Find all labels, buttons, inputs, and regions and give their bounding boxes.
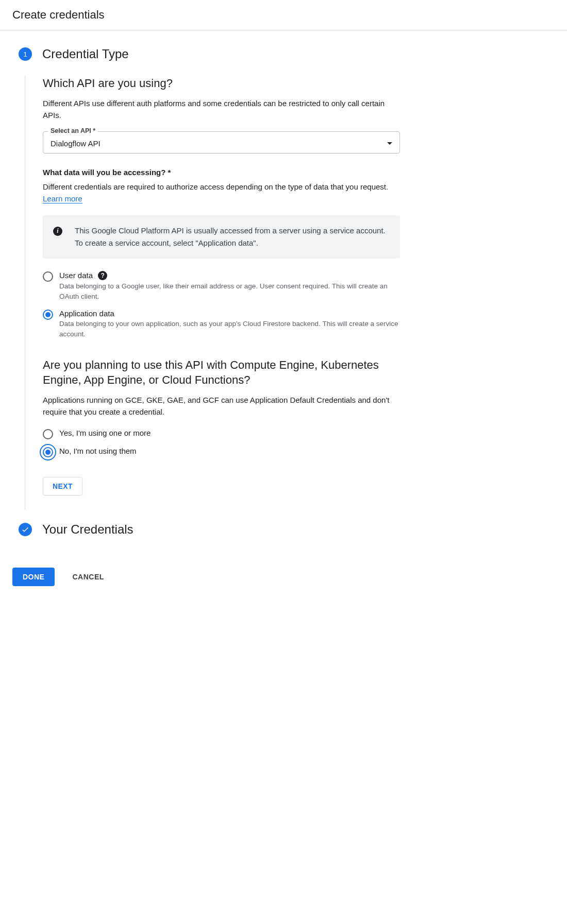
step2-header: Your Credentials: [19, 522, 400, 537]
radio-application-data-label: Application data: [59, 309, 400, 318]
radio-user-data-row: User data ? Data belonging to a Google u…: [43, 271, 400, 302]
radio-yes-row: Yes, I'm using one or more: [43, 429, 400, 439]
wizard-content: 1 Credential Type Which API are you usin…: [0, 30, 412, 561]
radio-user-data-desc: Data belonging to a Google user, like th…: [59, 281, 400, 302]
next-button[interactable]: NEXT: [43, 477, 82, 495]
page-title: Create credentials: [12, 8, 105, 21]
step1-title: Credential Type: [42, 47, 129, 61]
api-section-desc: Different APIs use different auth platfo…: [43, 97, 400, 122]
info-icon: i: [53, 227, 62, 236]
radio-no-not-using[interactable]: [43, 447, 53, 457]
api-select[interactable]: Dialogflow API: [43, 131, 400, 153]
cancel-button[interactable]: CANCEL: [69, 572, 107, 581]
radio-user-data-label: User data ?: [59, 271, 400, 280]
info-box: i This Google Cloud Platform API is usua…: [43, 215, 400, 259]
platform-section-desc: Applications running on GCE, GKE, GAE, a…: [43, 394, 400, 418]
info-text: This Google Cloud Platform API is usuall…: [75, 225, 390, 249]
radio-application-data[interactable]: [43, 310, 53, 320]
dropdown-triangle-icon: [387, 142, 392, 145]
radio-application-data-row: Application data Data belonging to your …: [43, 309, 400, 340]
footer-actions: DONE CANCEL: [0, 568, 567, 596]
radio-no-row: No, I'm not using them: [43, 447, 400, 457]
step1-body: Which API are you using? Different APIs …: [25, 76, 400, 510]
api-select-value: Dialogflow API: [51, 139, 101, 148]
data-access-desc: Different credentials are required to au…: [43, 181, 400, 205]
step2-title: Your Credentials: [42, 522, 134, 537]
api-select-label: Select an API *: [48, 127, 98, 134]
done-button[interactable]: DONE: [12, 568, 55, 586]
radio-yes-label: Yes, I'm using one or more: [59, 429, 151, 437]
page-header: Create credentials: [0, 0, 567, 30]
learn-more-link[interactable]: Learn more: [43, 194, 82, 203]
platform-section-heading: Are you planning to use this API with Co…: [43, 357, 400, 388]
radio-user-data[interactable]: [43, 271, 53, 282]
api-select-wrap: Select an API * Dialogflow API: [43, 131, 400, 153]
radio-label-text: Application data: [59, 309, 114, 318]
help-icon[interactable]: ?: [98, 271, 107, 280]
step1-header: 1 Credential Type: [19, 47, 400, 61]
radio-yes-using[interactable]: [43, 429, 53, 439]
api-section-heading: Which API are you using?: [43, 76, 400, 91]
data-access-label: What data will you be accessing? *: [43, 168, 400, 177]
step-check-icon: [19, 523, 32, 536]
radio-application-data-desc: Data belonging to your own application, …: [59, 319, 400, 340]
step-number-badge: 1: [19, 47, 32, 61]
radio-no-label: No, I'm not using them: [59, 447, 137, 455]
data-access-desc-text: Different credentials are required to au…: [43, 182, 388, 191]
radio-label-text: User data: [59, 271, 93, 280]
